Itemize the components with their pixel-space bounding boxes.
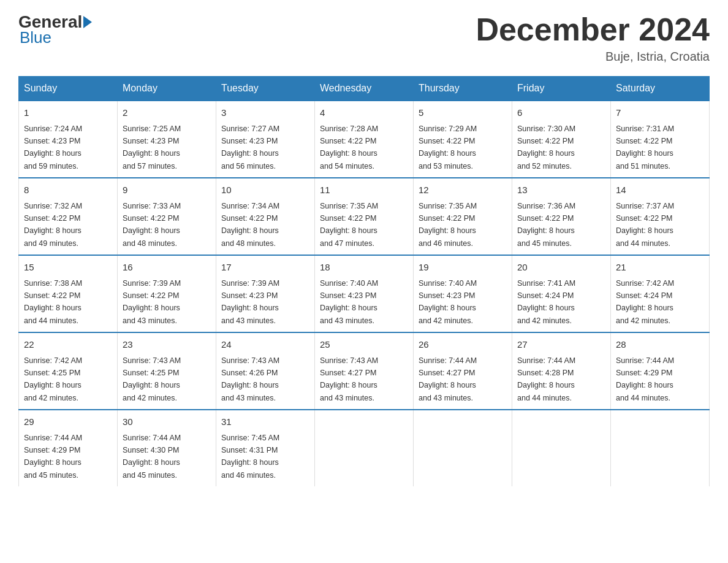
calendar-cell: 14 Sunrise: 7:37 AMSunset: 4:22 PMDaylig… [611, 178, 710, 255]
day-info: Sunrise: 7:40 AMSunset: 4:23 PMDaylight:… [320, 279, 378, 325]
day-number: 20 [517, 261, 605, 275]
calendar-cell: 20 Sunrise: 7:41 AMSunset: 4:24 PMDaylig… [512, 255, 611, 332]
day-number: 13 [517, 183, 605, 197]
calendar-cell: 13 Sunrise: 7:36 AMSunset: 4:22 PMDaylig… [512, 178, 611, 255]
calendar-cell: 25 Sunrise: 7:43 AMSunset: 4:27 PMDaylig… [315, 332, 414, 410]
calendar-cell: 4 Sunrise: 7:28 AMSunset: 4:22 PMDayligh… [315, 101, 414, 178]
day-info: Sunrise: 7:31 AMSunset: 4:22 PMDaylight:… [616, 124, 674, 170]
col-header-tuesday: Tuesday [216, 77, 315, 101]
calendar-week-4: 22 Sunrise: 7:42 AMSunset: 4:25 PMDaylig… [19, 332, 710, 410]
day-info: Sunrise: 7:25 AMSunset: 4:23 PMDaylight:… [123, 124, 181, 170]
day-info: Sunrise: 7:43 AMSunset: 4:27 PMDaylight:… [320, 356, 378, 402]
col-header-saturday: Saturday [611, 77, 710, 101]
calendar-cell: 24 Sunrise: 7:43 AMSunset: 4:26 PMDaylig… [216, 332, 315, 410]
col-header-wednesday: Wednesday [315, 77, 414, 101]
day-number: 17 [221, 261, 309, 275]
calendar-week-1: 1 Sunrise: 7:24 AMSunset: 4:23 PMDayligh… [19, 101, 710, 178]
title-section: December 2024 Buje, Istria, Croatia [476, 12, 710, 64]
calendar-cell: 21 Sunrise: 7:42 AMSunset: 4:24 PMDaylig… [611, 255, 710, 332]
day-number: 16 [123, 261, 211, 275]
calendar-cell: 10 Sunrise: 7:34 AMSunset: 4:22 PMDaylig… [216, 178, 315, 255]
day-number: 15 [24, 261, 112, 275]
col-header-monday: Monday [118, 77, 216, 101]
day-info: Sunrise: 7:44 AMSunset: 4:27 PMDaylight:… [419, 356, 477, 402]
day-number: 1 [24, 106, 112, 120]
calendar-cell: 31 Sunrise: 7:45 AMSunset: 4:31 PMDaylig… [216, 410, 315, 486]
day-number: 4 [320, 106, 408, 120]
day-number: 10 [221, 183, 309, 197]
page-header: General Blue December 2024 Buje, Istria,… [18, 12, 710, 64]
day-info: Sunrise: 7:24 AMSunset: 4:23 PMDaylight:… [24, 124, 82, 170]
day-number: 22 [24, 338, 112, 352]
day-info: Sunrise: 7:43 AMSunset: 4:26 PMDaylight:… [221, 356, 279, 402]
calendar-table: SundayMondayTuesdayWednesdayThursdayFrid… [18, 76, 710, 486]
calendar-cell: 2 Sunrise: 7:25 AMSunset: 4:23 PMDayligh… [118, 101, 216, 178]
col-header-friday: Friday [512, 77, 611, 101]
day-info: Sunrise: 7:44 AMSunset: 4:29 PMDaylight:… [24, 434, 82, 480]
calendar-cell: 9 Sunrise: 7:33 AMSunset: 4:22 PMDayligh… [118, 178, 216, 255]
calendar-cell: 23 Sunrise: 7:43 AMSunset: 4:25 PMDaylig… [118, 332, 216, 410]
day-number: 24 [221, 338, 309, 352]
calendar-week-5: 29 Sunrise: 7:44 AMSunset: 4:29 PMDaylig… [19, 410, 710, 486]
calendar-cell: 16 Sunrise: 7:39 AMSunset: 4:22 PMDaylig… [118, 255, 216, 332]
calendar-cell [414, 410, 512, 486]
logo-blue: Blue [20, 28, 51, 47]
calendar-cell: 18 Sunrise: 7:40 AMSunset: 4:23 PMDaylig… [315, 255, 414, 332]
logo-arrow-icon [83, 16, 92, 28]
calendar-cell: 15 Sunrise: 7:38 AMSunset: 4:22 PMDaylig… [19, 255, 118, 332]
calendar-cell: 1 Sunrise: 7:24 AMSunset: 4:23 PMDayligh… [19, 101, 118, 178]
calendar-cell: 26 Sunrise: 7:44 AMSunset: 4:27 PMDaylig… [414, 332, 512, 410]
day-info: Sunrise: 7:39 AMSunset: 4:23 PMDaylight:… [221, 279, 279, 325]
calendar-cell: 28 Sunrise: 7:44 AMSunset: 4:29 PMDaylig… [611, 332, 710, 410]
calendar-cell: 17 Sunrise: 7:39 AMSunset: 4:23 PMDaylig… [216, 255, 315, 332]
day-number: 21 [616, 261, 704, 275]
day-number: 29 [24, 415, 112, 429]
logo: General Blue [18, 12, 93, 47]
day-info: Sunrise: 7:33 AMSunset: 4:22 PMDaylight:… [123, 202, 181, 248]
day-info: Sunrise: 7:27 AMSunset: 4:23 PMDaylight:… [221, 124, 279, 170]
day-number: 31 [221, 415, 309, 429]
day-info: Sunrise: 7:43 AMSunset: 4:25 PMDaylight:… [123, 356, 181, 402]
day-info: Sunrise: 7:42 AMSunset: 4:25 PMDaylight:… [24, 356, 82, 402]
day-number: 19 [419, 261, 507, 275]
calendar-cell: 22 Sunrise: 7:42 AMSunset: 4:25 PMDaylig… [19, 332, 118, 410]
day-info: Sunrise: 7:37 AMSunset: 4:22 PMDaylight:… [616, 202, 674, 248]
day-info: Sunrise: 7:35 AMSunset: 4:22 PMDaylight:… [320, 202, 378, 248]
calendar-cell: 29 Sunrise: 7:44 AMSunset: 4:29 PMDaylig… [19, 410, 118, 486]
day-number: 28 [616, 338, 704, 352]
day-info: Sunrise: 7:42 AMSunset: 4:24 PMDaylight:… [616, 279, 674, 325]
calendar-cell: 27 Sunrise: 7:44 AMSunset: 4:28 PMDaylig… [512, 332, 611, 410]
calendar-cell: 3 Sunrise: 7:27 AMSunset: 4:23 PMDayligh… [216, 101, 315, 178]
calendar-cell [512, 410, 611, 486]
calendar-cell: 5 Sunrise: 7:29 AMSunset: 4:22 PMDayligh… [414, 101, 512, 178]
day-number: 2 [123, 106, 211, 120]
calendar-cell [611, 410, 710, 486]
day-number: 11 [320, 183, 408, 197]
day-info: Sunrise: 7:30 AMSunset: 4:22 PMDaylight:… [517, 124, 575, 170]
day-number: 3 [221, 106, 309, 120]
day-info: Sunrise: 7:29 AMSunset: 4:22 PMDaylight:… [419, 124, 477, 170]
day-number: 30 [123, 415, 211, 429]
day-info: Sunrise: 7:44 AMSunset: 4:29 PMDaylight:… [616, 356, 674, 402]
calendar-cell: 30 Sunrise: 7:44 AMSunset: 4:30 PMDaylig… [118, 410, 216, 486]
day-info: Sunrise: 7:40 AMSunset: 4:23 PMDaylight:… [419, 279, 477, 325]
day-number: 14 [616, 183, 704, 197]
day-info: Sunrise: 7:44 AMSunset: 4:28 PMDaylight:… [517, 356, 575, 402]
location: Buje, Istria, Croatia [476, 50, 710, 64]
month-title: December 2024 [476, 12, 710, 47]
day-number: 23 [123, 338, 211, 352]
day-number: 9 [123, 183, 211, 197]
col-header-sunday: Sunday [19, 77, 118, 101]
calendar-cell: 12 Sunrise: 7:35 AMSunset: 4:22 PMDaylig… [414, 178, 512, 255]
day-info: Sunrise: 7:39 AMSunset: 4:22 PMDaylight:… [123, 279, 181, 325]
day-number: 27 [517, 338, 605, 352]
day-info: Sunrise: 7:34 AMSunset: 4:22 PMDaylight:… [221, 202, 279, 248]
day-number: 18 [320, 261, 408, 275]
day-number: 7 [616, 106, 704, 120]
calendar-header-row: SundayMondayTuesdayWednesdayThursdayFrid… [19, 77, 710, 101]
calendar-cell: 6 Sunrise: 7:30 AMSunset: 4:22 PMDayligh… [512, 101, 611, 178]
day-info: Sunrise: 7:45 AMSunset: 4:31 PMDaylight:… [221, 434, 279, 480]
day-info: Sunrise: 7:36 AMSunset: 4:22 PMDaylight:… [517, 202, 575, 248]
day-number: 5 [419, 106, 507, 120]
day-number: 8 [24, 183, 112, 197]
